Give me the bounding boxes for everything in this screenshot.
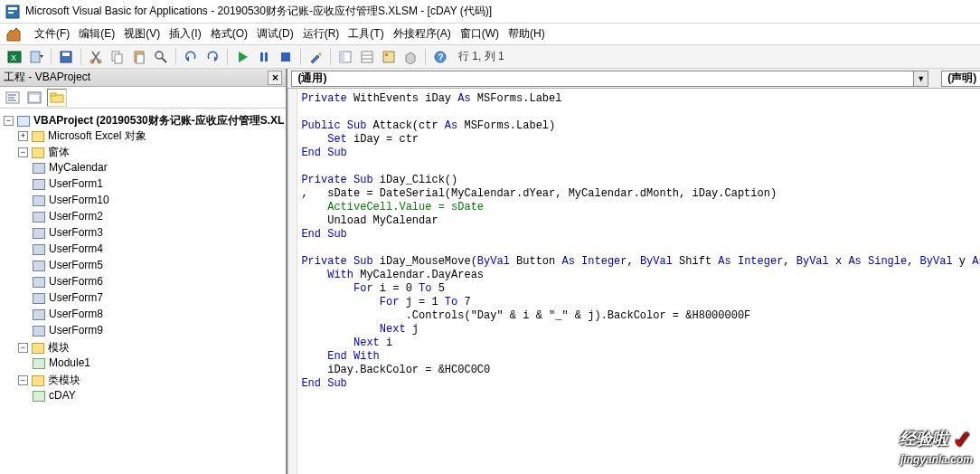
tree-item[interactable]: MyCalendar bbox=[33, 159, 284, 175]
tree-item[interactable]: UserForm5 bbox=[33, 257, 284, 273]
svg-rect-17 bbox=[265, 52, 268, 62]
menu-debug[interactable]: 调试(D) bbox=[257, 26, 294, 42]
svg-rect-25 bbox=[385, 53, 388, 56]
undo-button[interactable] bbox=[182, 48, 200, 66]
svg-rect-1 bbox=[8, 7, 17, 10]
folder-icon bbox=[32, 375, 44, 386]
tree-item[interactable]: UserForm8 bbox=[33, 306, 284, 322]
tree-excel-objects[interactable]: +Microsoft Excel 对象 bbox=[18, 128, 284, 144]
tree-item-label: UserForm2 bbox=[49, 210, 103, 223]
svg-point-14 bbox=[155, 52, 163, 59]
view-object-button[interactable] bbox=[25, 89, 43, 107]
menu-format[interactable]: 格式(O) bbox=[211, 26, 248, 42]
svg-rect-24 bbox=[383, 52, 394, 62]
paste-button[interactable] bbox=[130, 48, 148, 66]
tree-item[interactable]: cDAY bbox=[33, 387, 284, 403]
menu-help[interactable]: 帮助(H) bbox=[508, 26, 545, 42]
form-icon bbox=[33, 326, 45, 337]
tree-item-label: UserForm7 bbox=[49, 291, 103, 304]
toggle-folders-button[interactable] bbox=[47, 89, 67, 107]
menu-file[interactable]: 文件(F) bbox=[34, 26, 70, 42]
copy-button[interactable] bbox=[108, 48, 127, 66]
toolbar-separator bbox=[300, 49, 301, 65]
help-button[interactable]: ? bbox=[431, 48, 449, 66]
break-button[interactable] bbox=[255, 48, 273, 66]
collapse-icon[interactable]: − bbox=[18, 375, 28, 385]
collapse-icon[interactable]: − bbox=[18, 343, 28, 353]
tree-item-label: UserForm10 bbox=[49, 194, 109, 206]
menu-insert[interactable]: 插入(I) bbox=[169, 26, 201, 42]
chevron-down-icon[interactable]: ▼ bbox=[913, 71, 928, 86]
tree-item[interactable]: UserForm3 bbox=[33, 224, 284, 241]
procedure-combo[interactable]: (声明) ▼ bbox=[941, 71, 980, 87]
tree-forms[interactable]: −窗体 MyCalendarUserForm1UserForm10UserFor… bbox=[18, 144, 284, 339]
svg-rect-2 bbox=[8, 12, 14, 14]
project-tree[interactable]: −VBAProject (20190530财务记账-应收应付管理S.XL +Mi… bbox=[0, 109, 286, 474]
reset-button[interactable] bbox=[277, 48, 295, 66]
code-margin bbox=[288, 89, 297, 474]
tree-item-label: UserForm3 bbox=[49, 226, 103, 239]
menu-window[interactable]: 窗口(W) bbox=[460, 26, 499, 42]
tree-label: Microsoft Excel 对象 bbox=[48, 129, 146, 142]
expand-icon[interactable]: + bbox=[18, 131, 28, 141]
design-mode-button[interactable] bbox=[306, 48, 325, 66]
insert-dropdown[interactable] bbox=[27, 48, 45, 66]
tree-class-modules[interactable]: −类模块 cDAY bbox=[18, 372, 284, 404]
cut-button[interactable] bbox=[87, 48, 105, 66]
toolbar-separator bbox=[227, 49, 228, 65]
save-button[interactable] bbox=[57, 48, 75, 66]
object-combo[interactable]: (通用) ▼ bbox=[291, 71, 928, 87]
tree-item[interactable]: UserForm2 bbox=[33, 208, 284, 224]
tree-item[interactable]: Module1 bbox=[33, 355, 284, 371]
svg-rect-35 bbox=[51, 93, 56, 96]
toolbar-separator bbox=[51, 49, 52, 65]
menu-view[interactable]: 视图(V) bbox=[124, 26, 160, 42]
folder-icon bbox=[32, 131, 44, 142]
tree-item-label: UserForm6 bbox=[49, 275, 103, 288]
tree-item[interactable]: UserForm6 bbox=[33, 273, 284, 289]
tree-item[interactable]: UserForm4 bbox=[33, 241, 284, 257]
find-button[interactable] bbox=[152, 48, 170, 66]
svg-rect-18 bbox=[281, 52, 290, 62]
vbaproject-icon bbox=[17, 116, 30, 127]
menu-addins[interactable]: 外接程序(A) bbox=[393, 26, 451, 42]
toolbar-separator bbox=[80, 49, 81, 65]
code-editor[interactable]: Private WithEvents iDay As MSForms.Label… bbox=[287, 89, 980, 474]
svg-rect-21 bbox=[362, 52, 372, 62]
object-combo-value: (通用) bbox=[292, 71, 913, 86]
collapse-icon[interactable]: − bbox=[18, 147, 28, 157]
tree-item[interactable]: UserForm1 bbox=[33, 175, 284, 192]
toolbox-button[interactable] bbox=[401, 48, 419, 66]
tree-label: 模块 bbox=[48, 341, 70, 354]
menu-run[interactable]: 运行(R) bbox=[303, 26, 340, 42]
project-explorer-titlebar: 工程 - VBAProject × bbox=[0, 69, 286, 87]
menu-tools[interactable]: 工具(T) bbox=[348, 26, 383, 42]
toolbar-separator bbox=[330, 49, 331, 65]
object-browser-button[interactable] bbox=[380, 48, 398, 66]
view-code-button[interactable] bbox=[4, 89, 22, 107]
project-explorer-button[interactable] bbox=[336, 48, 354, 66]
vba-app-icon bbox=[5, 5, 20, 19]
svg-line-15 bbox=[162, 58, 166, 62]
form-icon bbox=[33, 228, 45, 239]
run-button[interactable] bbox=[233, 48, 251, 66]
tree-modules[interactable]: −模块 Module1 bbox=[18, 339, 284, 372]
tree-item[interactable]: UserForm10 bbox=[33, 192, 284, 208]
svg-rect-33 bbox=[30, 95, 39, 101]
close-icon[interactable]: × bbox=[268, 71, 282, 85]
collapse-icon[interactable]: − bbox=[4, 116, 14, 126]
redo-button[interactable] bbox=[203, 48, 221, 66]
checkmark-icon: ✓ bbox=[953, 426, 973, 453]
module-icon bbox=[33, 391, 45, 402]
cursor-position-label: 行 1, 列 1 bbox=[458, 49, 504, 64]
svg-rect-5 bbox=[31, 52, 40, 62]
form-icon bbox=[33, 277, 45, 288]
tree-item[interactable]: UserForm9 bbox=[33, 322, 284, 338]
svg-rect-16 bbox=[260, 52, 263, 62]
tree-item[interactable]: UserForm7 bbox=[33, 289, 284, 306]
properties-window-button[interactable] bbox=[358, 48, 376, 66]
tree-root[interactable]: −VBAProject (20190530财务记账-应收应付管理S.XL +Mi… bbox=[4, 112, 284, 405]
tree-item-label: UserForm9 bbox=[49, 324, 103, 337]
view-excel-button[interactable]: X bbox=[5, 48, 24, 66]
menu-edit[interactable]: 编辑(E) bbox=[79, 26, 115, 42]
